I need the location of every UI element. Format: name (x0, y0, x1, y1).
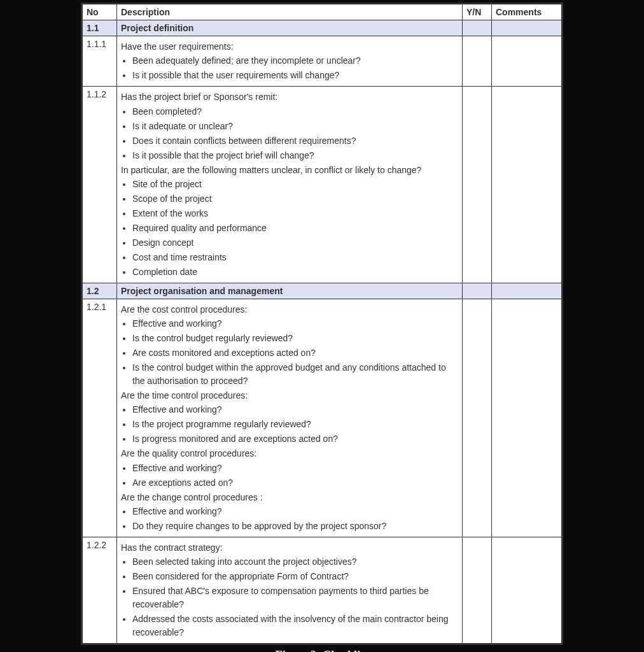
bullet-list: Effective and working?Do they require ch… (132, 505, 458, 533)
list-item: Is the project programme regularly revie… (132, 418, 458, 431)
bullet-list: Effective and working?Is the project pro… (132, 403, 458, 446)
cell-yn (463, 537, 492, 644)
header-yn: Y/N (463, 4, 492, 20)
list-item: Cost and time restraints (132, 251, 458, 264)
list-item: Do they require changes to be approved b… (132, 520, 458, 533)
list-item: Completion date (132, 266, 458, 279)
figure-caption: Figure 2- Checklist (82, 649, 562, 652)
cell-comments (492, 87, 562, 283)
header-row: No Description Y/N Comments (83, 4, 562, 20)
list-item: Is progress monitored and are exceptions… (132, 432, 458, 446)
cell-description: Has the project brief or Sponsor's remit… (117, 87, 463, 283)
cell-comments (492, 299, 562, 537)
cell-no: 1.1 (83, 20, 117, 36)
cell-yn (463, 87, 492, 283)
list-item: Is the control budget within the approve… (132, 361, 458, 388)
list-item: Been considered for the appropriate Form… (132, 570, 458, 583)
header-comments: Comments (492, 4, 562, 20)
cell-yn (463, 283, 492, 299)
bullet-list: Been adequately defined; are they incomp… (132, 54, 458, 82)
list-item: Are exceptions acted on? (132, 476, 458, 490)
lead-text: Are the cost control procedures: (121, 303, 458, 316)
list-item: Been adequately defined; are they incomp… (132, 54, 458, 67)
lead-text: Has the contract strategy: (121, 541, 458, 554)
list-item: Design concept (132, 236, 458, 250)
list-item: Extent of the works (132, 207, 458, 220)
section-row: 1.1Project definition (83, 20, 562, 36)
cell-comments (492, 283, 562, 299)
list-item: Effective and working? (132, 403, 458, 416)
list-item: Been selected taking into account the pr… (132, 555, 458, 569)
list-item: Ensured that ABC's exposure to compensat… (132, 585, 458, 611)
bullet-list: Been selected taking into account the pr… (132, 555, 458, 639)
checklist-document: No Description Y/N Comments 1.1Project d… (81, 3, 563, 645)
list-item: Are costs monitored and exceptions acted… (132, 346, 458, 360)
cell-description: Project organisation and management (117, 283, 463, 299)
cell-no: 1.2.2 (83, 537, 117, 644)
checklist-table: No Description Y/N Comments 1.1Project d… (82, 4, 562, 644)
cell-comments (492, 20, 562, 36)
header-no: No (83, 4, 117, 20)
table-row: 1.1.2Has the project brief or Sponsor's … (83, 87, 562, 283)
cell-description: Are the cost control procedures:Effectiv… (117, 299, 463, 537)
list-item: Effective and working? (132, 505, 458, 518)
lead-text: Have the user requirements: (121, 40, 458, 53)
table-row: 1.2.1Are the cost control procedures:Eff… (83, 299, 562, 537)
cell-no: 1.2 (83, 283, 117, 299)
cell-no: 1.1.2 (83, 87, 117, 283)
lead-text: Are the time control procedures: (121, 389, 458, 402)
lead-text: In particular, are the following matters… (121, 164, 458, 176)
list-item: Is it possible that the user requirement… (132, 69, 458, 82)
cell-description: Has the contract strategy:Been selected … (117, 537, 463, 644)
bullet-list: Effective and working?Is the control bud… (132, 317, 458, 388)
header-description: Description (117, 4, 463, 20)
list-item: Required quality and performance (132, 222, 458, 235)
lead-text: Are the change control procedures : (121, 491, 458, 504)
cell-yn (463, 299, 492, 537)
list-item: Effective and working? (132, 317, 458, 330)
bullet-list: Site of the projectScope of the projectE… (132, 178, 458, 279)
lead-text: Are the quality control procedures: (121, 447, 458, 460)
lead-text: Has the project brief or Sponsor's remit… (121, 90, 458, 103)
cell-no: 1.2.1 (83, 299, 117, 537)
table-row: 1.2.2Has the contract strategy:Been sele… (83, 537, 562, 644)
cell-description: Project definition (117, 20, 463, 36)
list-item: Is it adequate or unclear? (132, 120, 458, 133)
list-item: Does it contain conflicts between differ… (132, 134, 458, 148)
cell-comments (492, 36, 562, 87)
list-item: Site of the project (132, 178, 458, 191)
cell-description: Have the user requirements:Been adequate… (117, 36, 463, 87)
list-item: Scope of the project (132, 192, 458, 206)
table-row: 1.1.1Have the user requirements:Been ade… (83, 36, 562, 87)
list-item: Is it possible that the project brief wi… (132, 149, 458, 162)
cell-comments (492, 537, 562, 644)
list-item: Effective and working? (132, 462, 458, 475)
list-item: Is the control budget regularly reviewed… (132, 332, 458, 345)
list-item: Been completed? (132, 105, 458, 118)
cell-yn (463, 36, 492, 87)
cell-no: 1.1.1 (83, 36, 117, 87)
bullet-list: Been completed?Is it adequate or unclear… (132, 105, 458, 162)
list-item: Addressed the costs associated with the … (132, 613, 458, 639)
bullet-list: Effective and working?Are exceptions act… (132, 462, 458, 490)
cell-yn (463, 20, 492, 36)
section-row: 1.2Project organisation and management (83, 283, 562, 299)
